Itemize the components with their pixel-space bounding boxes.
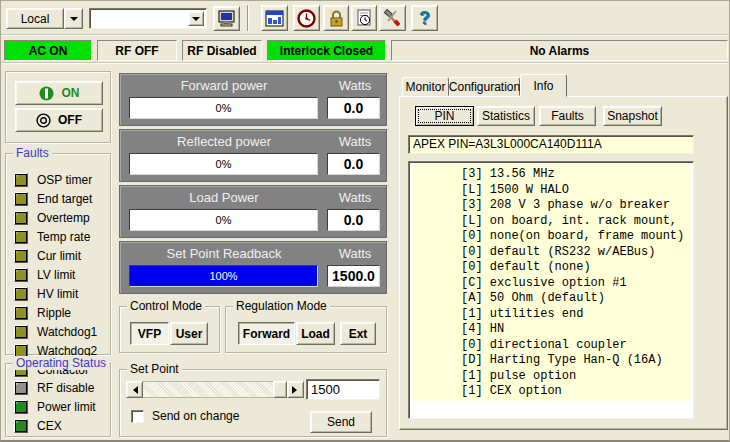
set-point-readback-value: 1500.0: [327, 265, 380, 287]
connect-button[interactable]: [213, 6, 240, 31]
event-log-button[interactable]: [351, 5, 377, 31]
statistics-button-label: Statistics: [482, 109, 530, 123]
set-point-scrollbar[interactable]: [126, 381, 304, 398]
bar-percent: 0%: [130, 154, 317, 174]
power-button-group: ON OFF: [5, 71, 111, 143]
fault-row: OSP timer: [14, 172, 108, 188]
load-label: Load: [301, 327, 330, 341]
status-interlock-label: Interlock Closed: [280, 44, 373, 58]
bar-percent: 0%: [130, 98, 317, 118]
power-off-icon: [36, 113, 51, 128]
gauge-icon: [297, 9, 316, 28]
fault-label: Ripple: [37, 306, 71, 320]
ext-label: Ext: [349, 327, 368, 341]
send-button[interactable]: Send: [310, 411, 372, 433]
scrollbar-right-button[interactable]: [287, 381, 304, 398]
session-combobox[interactable]: [89, 8, 207, 29]
tools-icon: [383, 9, 402, 28]
fault-row: HV limit: [14, 286, 108, 302]
event-log-icon: [355, 9, 373, 27]
meter-unit: Watts: [326, 78, 384, 93]
control-mode-user-button[interactable]: User: [170, 322, 208, 345]
info-line: [D] Harting Type Han-Q (16A): [461, 353, 691, 369]
faults-group: Faults OSP timer End target Overtemp Tem…: [5, 153, 111, 355]
bar-percent: 100%: [130, 266, 317, 286]
scrollbar-left-button[interactable]: [126, 381, 143, 398]
control-mode-vfp-button[interactable]: VFP: [130, 322, 169, 345]
info-line: [4] HN: [461, 322, 691, 338]
fault-led: [14, 192, 28, 206]
set-point-input[interactable]: [306, 379, 380, 400]
fault-row: LV limit: [14, 267, 108, 283]
tab-info[interactable]: Info: [520, 74, 567, 97]
local-mode-dropdown-button[interactable]: [64, 8, 83, 29]
apex-control-window: Local: [0, 0, 730, 442]
local-mode-label: Local: [21, 12, 50, 26]
rf-on-label: ON: [62, 86, 80, 100]
info-line: [L] 1500 W HALO: [461, 183, 691, 199]
scrollbar-thumb[interactable]: [273, 381, 287, 398]
rf-on-button[interactable]: ON: [15, 81, 103, 105]
monitor-gauge-button[interactable]: [293, 5, 320, 31]
status-alarms-label: No Alarms: [530, 44, 590, 58]
set-point-readback-meter: Set Point Readback Watts 100% 1500.0: [119, 241, 387, 294]
tab-configuration-label: Configuration: [449, 80, 520, 94]
vfp-label: VFP: [138, 327, 161, 341]
fault-led: [14, 325, 28, 339]
status-bar: AC ON RF OFF RF Disabled Interlock Close…: [1, 37, 730, 63]
set-point-title: Set Point: [127, 362, 182, 376]
pin-text-field[interactable]: APEX PIN=A3L3L000CA140D111A: [408, 135, 694, 154]
local-mode-button[interactable]: Local: [6, 8, 64, 29]
meter-unit: Watts: [326, 246, 384, 261]
panels-button[interactable]: [261, 5, 288, 31]
configuration-info-listbox[interactable]: [3] 13.56 MHz [L] 1500 W HALO [3] 208 V …: [408, 161, 694, 419]
fault-led: [14, 173, 28, 187]
status-led: [14, 381, 28, 395]
fault-row: Overtemp: [14, 210, 108, 226]
tab-monitor[interactable]: Monitor: [402, 77, 449, 96]
fault-led: [14, 230, 28, 244]
status-rf-enable-label: RF Disabled: [187, 44, 256, 58]
statistics-button[interactable]: Statistics: [477, 106, 535, 126]
fault-row: Temp rate: [14, 229, 108, 245]
lock-button[interactable]: [323, 5, 349, 31]
computer-icon: [217, 10, 236, 27]
meter-title: Load Power: [120, 190, 328, 205]
send-button-label: Send: [327, 415, 355, 429]
faults-button-label: Faults: [551, 109, 584, 123]
control-mode-title: Control Mode: [127, 299, 205, 313]
status-alarms: No Alarms: [391, 40, 728, 61]
fault-label: End target: [37, 192, 92, 206]
regulation-ext-button[interactable]: Ext: [340, 322, 376, 345]
faults-button[interactable]: Faults: [539, 106, 596, 126]
regulation-forward-button[interactable]: Forward: [238, 322, 295, 345]
arrow-left-icon: [129, 386, 138, 394]
operating-status-label: Power limit: [37, 400, 96, 414]
load-power-bar: 0%: [129, 209, 318, 231]
fault-label: Cur limit: [37, 249, 81, 263]
regulation-mode-group: Regulation Mode Forward Load Ext: [225, 306, 387, 353]
session-combobox-dropdown-button[interactable]: [188, 11, 204, 26]
operating-status-row: CEX: [14, 418, 108, 434]
forward-label: Forward: [243, 327, 290, 341]
power-on-icon: [39, 86, 54, 101]
info-line: [1] utilities end: [461, 307, 691, 323]
fault-row: Cur limit: [14, 248, 108, 264]
rf-off-button[interactable]: OFF: [15, 108, 103, 132]
info-line: [0] none(on board, frame mount): [461, 229, 691, 245]
snapshot-button[interactable]: Snapshot: [603, 106, 662, 126]
tools-button[interactable]: [379, 5, 406, 31]
regulation-load-button[interactable]: Load: [296, 322, 335, 345]
send-on-change-option: Send on change: [131, 409, 239, 423]
padlock-icon: [327, 9, 345, 27]
pin-button[interactable]: PIN: [415, 106, 474, 126]
tab-configuration[interactable]: Configuration: [449, 77, 520, 96]
configuration-info-content: [3] 13.56 MHz [L] 1500 W HALO [3] 208 V …: [411, 164, 691, 401]
load-power-value: 0.0: [327, 209, 380, 231]
panel-window-icon: [265, 10, 284, 27]
status-led: [14, 400, 28, 414]
send-on-change-checkbox[interactable]: [131, 410, 144, 423]
fault-led: [14, 211, 28, 225]
info-line: [1] CEX option: [461, 384, 691, 400]
help-button[interactable]: ?: [411, 5, 438, 31]
